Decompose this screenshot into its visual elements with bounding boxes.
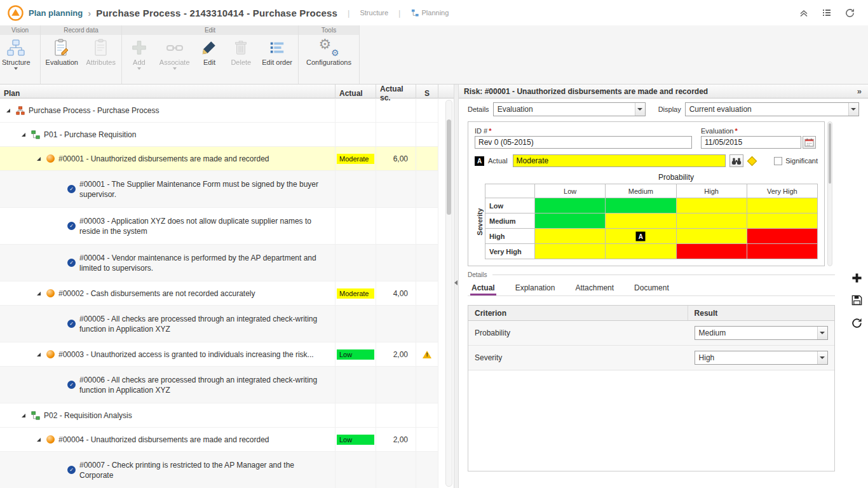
table-row[interactable]: Purchase Process - Purchase Process — [0, 98, 438, 123]
page-title: Purchase Process - 2143310414 - Purchase… — [96, 8, 337, 18]
ribbon-filler — [360, 25, 868, 84]
refresh-evaluation-button[interactable] — [851, 317, 863, 329]
matrix-cell — [535, 244, 606, 259]
breadcrumb-app[interactable]: Plan planning — [29, 8, 83, 18]
control-icon: ✓ — [67, 185, 76, 193]
table-row[interactable]: ✓#00001 - The Supplier Maintenance Form … — [0, 171, 438, 208]
structure-button[interactable]: Structure — [2, 37, 31, 70]
matrix-cell — [606, 198, 676, 214]
refresh-button[interactable] — [844, 8, 855, 18]
table-row[interactable]: ✓#00007 - Check printing is restricted t… — [0, 452, 438, 488]
actual-score-cell: 2,00 — [376, 342, 416, 366]
table-row[interactable]: P02 - Requisition Analysis — [0, 403, 438, 428]
button-label: Configurations — [306, 58, 351, 66]
table-row[interactable]: #00002 - Cash disbursements are not reco… — [0, 281, 438, 306]
id-field[interactable] — [475, 136, 692, 149]
tree-item-label: #00001 - The Supplier Maintenance Form m… — [79, 179, 330, 200]
severity-select[interactable]: High — [695, 351, 828, 365]
matrix-cell — [535, 229, 606, 244]
top-bar: Plan planning › Purchase Process - 21433… — [0, 0, 868, 25]
actual-marker: A — [475, 156, 484, 166]
table-row[interactable]: ✓#00006 - All checks are processed throu… — [0, 367, 438, 403]
associate-icon — [166, 38, 184, 57]
table-row[interactable]: ✓#00004 - Vendor maintenance is performe… — [0, 245, 438, 281]
panel-splitter[interactable] — [454, 85, 459, 488]
table-row[interactable]: #00003 - Unauthorized access is granted … — [0, 342, 438, 367]
matrix-row-axis-label: Severity — [475, 184, 485, 259]
ribbon-group-tools: Tools ⚙⚙ Configurations — [299, 25, 360, 84]
severity-select-value: High — [695, 353, 817, 362]
matrix-cell — [535, 198, 606, 214]
evaluation-button[interactable]: Evaluation — [43, 37, 81, 66]
matrix-cell — [606, 244, 676, 259]
action-rail — [851, 273, 863, 329]
table-row[interactable]: #00004 - Unauthorized disbursements are … — [0, 428, 438, 452]
significant-checkbox[interactable] — [774, 157, 782, 165]
details-select[interactable]: Evaluation — [493, 102, 646, 116]
configurations-icon: ⚙⚙ — [319, 38, 339, 57]
divider: | — [348, 8, 349, 18]
vertical-scrollbar[interactable] — [827, 121, 832, 266]
edit-order-button[interactable]: Edit order — [258, 37, 296, 66]
nav-planning[interactable]: Planning — [411, 9, 449, 17]
table-row[interactable]: P01 - Purchase Requisition — [0, 123, 438, 147]
add-button: Add — [124, 37, 154, 70]
actual-result-field[interactable] — [513, 154, 726, 167]
evaluation-date-label: Evaluation* — [701, 127, 818, 135]
tab-actual[interactable]: Actual — [470, 279, 496, 295]
scrollbar-thumb[interactable] — [829, 123, 831, 184]
tree-expand-caret[interactable] — [22, 133, 25, 137]
warning-icon — [423, 351, 431, 358]
table-row[interactable]: #00001 - Unauthorized disbursements are … — [0, 147, 438, 171]
add-evaluation-button[interactable] — [851, 273, 862, 283]
matrix-cell — [747, 244, 818, 259]
chevron-down-icon — [848, 103, 858, 116]
list-menu-button[interactable] — [822, 8, 832, 18]
breadcrumb-separator: › — [88, 8, 91, 18]
table-row[interactable]: ✓#00003 - Application XYZ does not allow… — [0, 208, 438, 245]
nav-structure[interactable]: Structure — [360, 9, 388, 17]
display-select[interactable]: Current evaluation — [685, 102, 859, 116]
collapse-handle-icon[interactable] — [454, 280, 458, 285]
collapse-ribbon-button[interactable] — [799, 8, 809, 18]
tree-expand-caret[interactable] — [37, 353, 41, 356]
risk-icon — [46, 350, 55, 358]
required-icon: * — [489, 127, 491, 135]
expand-panel-button[interactable]: » — [856, 86, 863, 96]
evaluation-date-field[interactable] — [701, 136, 801, 149]
tree-expand-caret[interactable] — [22, 414, 25, 417]
tree-expand-caret[interactable] — [37, 157, 41, 161]
diamond-icon — [747, 156, 757, 166]
save-button[interactable] — [851, 294, 863, 306]
tree-expand-caret[interactable] — [6, 109, 10, 112]
ribbon-group-label: Edit — [122, 25, 298, 35]
tab-document[interactable]: Document — [633, 279, 670, 295]
actual-score-cell: 4,00 — [376, 281, 416, 305]
actual-score-cell: 2,00 — [376, 428, 416, 451]
tree-item-label: #00004 - Vendor maintenance is performed… — [79, 253, 330, 273]
chevron-down-icon — [817, 327, 827, 339]
criteria-table-header: Criterion Result — [468, 306, 834, 321]
table-row[interactable]: ✓#00005 - All checks are processed throu… — [0, 306, 438, 342]
tree-expand-caret[interactable] — [37, 438, 41, 442]
tree-expand-caret[interactable] — [37, 292, 41, 295]
tree-item-label: #00003 - Unauthorized access is granted … — [58, 349, 314, 360]
configurations-button[interactable]: ⚙⚙ Configurations — [304, 37, 355, 66]
evaluation-icon — [53, 38, 71, 57]
tab-attachment[interactable]: Attachment — [574, 279, 615, 295]
scrollbar-thumb[interactable] — [447, 119, 451, 215]
nav-planning-label: Planning — [422, 9, 449, 17]
ribbon-group-label: Vision — [0, 25, 40, 35]
tree-item-label: #00004 - Unauthorized disbursements are … — [58, 435, 269, 445]
binoculars-button[interactable] — [729, 154, 743, 167]
required-icon: * — [735, 127, 737, 135]
vertical-scrollbar[interactable] — [445, 100, 452, 487]
matrix-cell — [677, 229, 747, 244]
significant-label: Significant — [785, 157, 818, 165]
tab-explanation[interactable]: Explanation — [514, 279, 557, 295]
edit-button[interactable]: Edit — [195, 37, 224, 66]
calendar-button[interactable] — [803, 136, 816, 149]
probability-select[interactable]: Medium — [695, 326, 828, 340]
details-select-value: Evaluation — [494, 105, 635, 114]
tree-item-label: #00003 - Application XYZ does not allow … — [79, 216, 330, 236]
